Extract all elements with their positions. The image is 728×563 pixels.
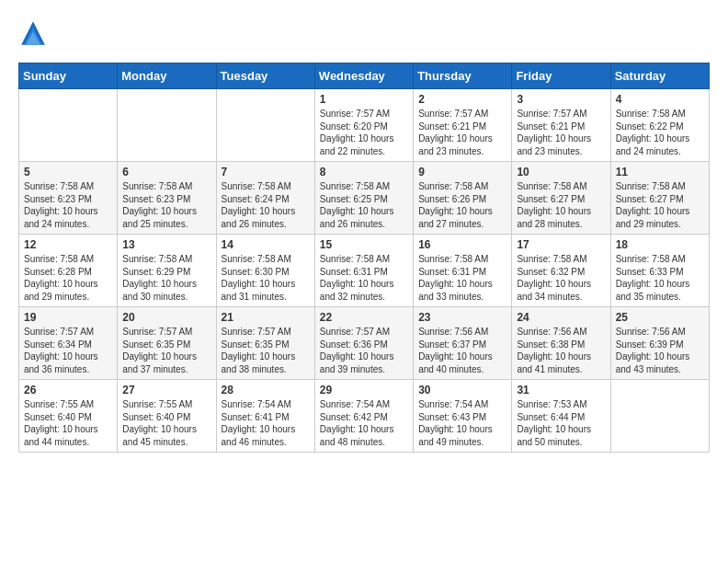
day-cell bbox=[216, 89, 314, 162]
day-cell: 5Sunrise: 7:58 AM Sunset: 6:23 PM Daylig… bbox=[19, 162, 118, 235]
day-cell: 6Sunrise: 7:58 AM Sunset: 6:23 PM Daylig… bbox=[118, 162, 216, 235]
day-header-monday: Monday bbox=[118, 63, 216, 89]
day-header-saturday: Saturday bbox=[610, 63, 709, 89]
day-number: 6 bbox=[122, 166, 210, 178]
day-cell: 20Sunrise: 7:57 AM Sunset: 6:35 PM Dayli… bbox=[118, 307, 216, 380]
day-number: 26 bbox=[24, 384, 112, 396]
day-cell: 27Sunrise: 7:55 AM Sunset: 6:40 PM Dayli… bbox=[118, 380, 216, 453]
day-number: 31 bbox=[517, 384, 605, 396]
day-number: 29 bbox=[320, 384, 408, 396]
day-number: 5 bbox=[24, 166, 112, 178]
day-cell bbox=[118, 89, 216, 162]
day-number: 3 bbox=[517, 93, 605, 106]
day-info: Sunrise: 7:57 AM Sunset: 6:36 PM Dayligh… bbox=[320, 326, 408, 375]
day-number: 4 bbox=[616, 93, 704, 106]
day-cell: 24Sunrise: 7:56 AM Sunset: 6:38 PM Dayli… bbox=[512, 307, 610, 380]
day-number: 9 bbox=[418, 166, 506, 178]
day-header-tuesday: Tuesday bbox=[216, 63, 314, 89]
day-cell: 4Sunrise: 7:58 AM Sunset: 6:22 PM Daylig… bbox=[610, 89, 709, 162]
day-cell: 10Sunrise: 7:58 AM Sunset: 6:27 PM Dayli… bbox=[512, 162, 610, 235]
day-cell bbox=[610, 380, 709, 453]
day-cell: 11Sunrise: 7:58 AM Sunset: 6:27 PM Dayli… bbox=[610, 162, 709, 235]
calendar-body: 1Sunrise: 7:57 AM Sunset: 6:20 PM Daylig… bbox=[19, 89, 710, 453]
day-info: Sunrise: 7:57 AM Sunset: 6:34 PM Dayligh… bbox=[24, 326, 112, 375]
day-info: Sunrise: 7:58 AM Sunset: 6:31 PM Dayligh… bbox=[320, 253, 408, 303]
day-cell: 21Sunrise: 7:57 AM Sunset: 6:35 PM Dayli… bbox=[216, 307, 314, 380]
day-number: 17 bbox=[517, 238, 605, 251]
day-cell bbox=[19, 89, 118, 162]
calendar-table: SundayMondayTuesdayWednesdayThursdayFrid… bbox=[18, 63, 710, 453]
day-info: Sunrise: 7:58 AM Sunset: 6:23 PM Dayligh… bbox=[24, 180, 112, 230]
calendar-header: SundayMondayTuesdayWednesdayThursdayFrid… bbox=[19, 63, 710, 89]
day-header-sunday: Sunday bbox=[19, 63, 118, 89]
day-info: Sunrise: 7:54 AM Sunset: 6:43 PM Dayligh… bbox=[418, 398, 506, 448]
day-cell: 16Sunrise: 7:58 AM Sunset: 6:31 PM Dayli… bbox=[414, 235, 512, 307]
page-header bbox=[18, 18, 710, 48]
day-info: Sunrise: 7:58 AM Sunset: 6:24 PM Dayligh… bbox=[222, 180, 310, 230]
day-header-thursday: Thursday bbox=[414, 63, 512, 89]
day-header-friday: Friday bbox=[512, 63, 610, 89]
day-number: 16 bbox=[418, 238, 506, 251]
day-cell: 22Sunrise: 7:57 AM Sunset: 6:36 PM Dayli… bbox=[314, 307, 413, 380]
day-number: 15 bbox=[320, 238, 408, 251]
day-number: 30 bbox=[418, 384, 506, 396]
day-cell: 18Sunrise: 7:58 AM Sunset: 6:33 PM Dayli… bbox=[610, 235, 709, 307]
day-number: 12 bbox=[24, 238, 112, 251]
day-info: Sunrise: 7:58 AM Sunset: 6:27 PM Dayligh… bbox=[517, 180, 605, 230]
day-info: Sunrise: 7:56 AM Sunset: 6:37 PM Dayligh… bbox=[418, 326, 506, 375]
day-number: 19 bbox=[24, 311, 112, 324]
day-cell: 23Sunrise: 7:56 AM Sunset: 6:37 PM Dayli… bbox=[414, 307, 512, 380]
week-row-5: 26Sunrise: 7:55 AM Sunset: 6:40 PM Dayli… bbox=[19, 380, 710, 453]
day-info: Sunrise: 7:57 AM Sunset: 6:21 PM Dayligh… bbox=[517, 108, 605, 157]
day-info: Sunrise: 7:54 AM Sunset: 6:41 PM Dayligh… bbox=[222, 398, 310, 448]
day-cell: 25Sunrise: 7:56 AM Sunset: 6:39 PM Dayli… bbox=[610, 307, 709, 380]
day-number: 22 bbox=[320, 311, 408, 324]
day-number: 27 bbox=[122, 384, 210, 396]
day-number: 20 bbox=[122, 311, 210, 324]
day-info: Sunrise: 7:57 AM Sunset: 6:35 PM Dayligh… bbox=[222, 326, 310, 375]
day-info: Sunrise: 7:58 AM Sunset: 6:29 PM Dayligh… bbox=[122, 253, 210, 303]
day-info: Sunrise: 7:58 AM Sunset: 6:22 PM Dayligh… bbox=[616, 108, 704, 157]
logo bbox=[18, 18, 51, 48]
day-cell: 30Sunrise: 7:54 AM Sunset: 6:43 PM Dayli… bbox=[414, 380, 512, 453]
logo-icon bbox=[18, 18, 48, 48]
day-cell: 31Sunrise: 7:53 AM Sunset: 6:44 PM Dayli… bbox=[512, 380, 610, 453]
day-number: 13 bbox=[122, 238, 210, 251]
day-cell: 8Sunrise: 7:58 AM Sunset: 6:25 PM Daylig… bbox=[314, 162, 413, 235]
day-number: 11 bbox=[616, 166, 704, 178]
day-info: Sunrise: 7:54 AM Sunset: 6:42 PM Dayligh… bbox=[320, 398, 408, 448]
day-info: Sunrise: 7:58 AM Sunset: 6:31 PM Dayligh… bbox=[418, 253, 506, 303]
week-row-1: 1Sunrise: 7:57 AM Sunset: 6:20 PM Daylig… bbox=[19, 89, 710, 162]
day-cell: 7Sunrise: 7:58 AM Sunset: 6:24 PM Daylig… bbox=[216, 162, 314, 235]
day-info: Sunrise: 7:58 AM Sunset: 6:27 PM Dayligh… bbox=[616, 180, 704, 230]
day-cell: 9Sunrise: 7:58 AM Sunset: 6:26 PM Daylig… bbox=[414, 162, 512, 235]
day-number: 10 bbox=[517, 166, 605, 178]
day-info: Sunrise: 7:58 AM Sunset: 6:32 PM Dayligh… bbox=[517, 253, 605, 303]
day-number: 2 bbox=[418, 93, 506, 106]
day-cell: 12Sunrise: 7:58 AM Sunset: 6:28 PM Dayli… bbox=[19, 235, 118, 307]
day-info: Sunrise: 7:58 AM Sunset: 6:30 PM Dayligh… bbox=[222, 253, 310, 303]
day-number: 8 bbox=[320, 166, 408, 178]
week-row-4: 19Sunrise: 7:57 AM Sunset: 6:34 PM Dayli… bbox=[19, 307, 710, 380]
day-number: 1 bbox=[320, 93, 408, 106]
week-row-3: 12Sunrise: 7:58 AM Sunset: 6:28 PM Dayli… bbox=[19, 235, 710, 307]
day-info: Sunrise: 7:58 AM Sunset: 6:23 PM Dayligh… bbox=[122, 180, 210, 230]
day-header-row: SundayMondayTuesdayWednesdayThursdayFrid… bbox=[19, 63, 710, 89]
day-info: Sunrise: 7:55 AM Sunset: 6:40 PM Dayligh… bbox=[24, 398, 112, 448]
day-number: 21 bbox=[222, 311, 310, 324]
day-cell: 2Sunrise: 7:57 AM Sunset: 6:21 PM Daylig… bbox=[414, 89, 512, 162]
day-info: Sunrise: 7:57 AM Sunset: 6:35 PM Dayligh… bbox=[122, 326, 210, 375]
day-cell: 3Sunrise: 7:57 AM Sunset: 6:21 PM Daylig… bbox=[512, 89, 610, 162]
day-cell: 28Sunrise: 7:54 AM Sunset: 6:41 PM Dayli… bbox=[216, 380, 314, 453]
day-info: Sunrise: 7:58 AM Sunset: 6:26 PM Dayligh… bbox=[418, 180, 506, 230]
day-info: Sunrise: 7:58 AM Sunset: 6:28 PM Dayligh… bbox=[24, 253, 112, 303]
day-cell: 14Sunrise: 7:58 AM Sunset: 6:30 PM Dayli… bbox=[216, 235, 314, 307]
day-info: Sunrise: 7:56 AM Sunset: 6:38 PM Dayligh… bbox=[517, 326, 605, 375]
day-number: 28 bbox=[222, 384, 310, 396]
day-info: Sunrise: 7:55 AM Sunset: 6:40 PM Dayligh… bbox=[122, 398, 210, 448]
day-info: Sunrise: 7:58 AM Sunset: 6:25 PM Dayligh… bbox=[320, 180, 408, 230]
day-info: Sunrise: 7:58 AM Sunset: 6:33 PM Dayligh… bbox=[616, 253, 704, 303]
day-info: Sunrise: 7:56 AM Sunset: 6:39 PM Dayligh… bbox=[616, 326, 704, 375]
day-number: 23 bbox=[418, 311, 506, 324]
day-number: 14 bbox=[222, 238, 310, 251]
